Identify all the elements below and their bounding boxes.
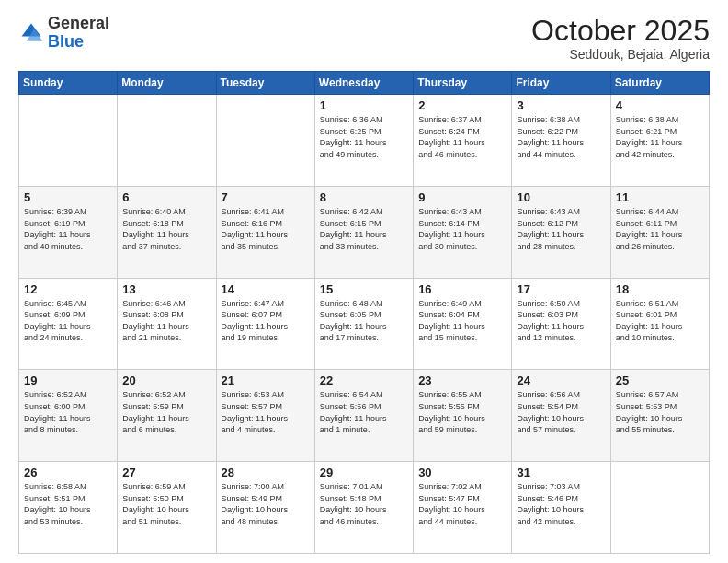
day-info: Sunrise: 6:36 AM Sunset: 6:25 PM Dayligh… [320, 114, 408, 160]
col-sunday: Sunday [19, 72, 118, 95]
day-number: 26 [24, 465, 112, 479]
day-cell-3-3: 22Sunrise: 6:54 AM Sunset: 5:56 PM Dayli… [314, 370, 413, 462]
day-cell-2-3: 15Sunrise: 6:48 AM Sunset: 6:05 PM Dayli… [314, 278, 413, 370]
calendar-table: Sunday Monday Tuesday Wednesday Thursday… [18, 71, 710, 554]
day-number: 27 [122, 465, 210, 479]
day-info: Sunrise: 7:03 AM Sunset: 5:46 PM Dayligh… [517, 481, 605, 527]
day-number: 2 [418, 98, 506, 112]
day-number: 14 [222, 282, 310, 296]
logo-blue: Blue [48, 32, 84, 51]
day-info: Sunrise: 6:46 AM Sunset: 6:08 PM Dayligh… [122, 298, 210, 344]
day-info: Sunrise: 6:48 AM Sunset: 6:05 PM Dayligh… [320, 298, 408, 344]
day-info: Sunrise: 6:55 AM Sunset: 5:55 PM Dayligh… [418, 389, 506, 435]
day-info: Sunrise: 6:58 AM Sunset: 5:51 PM Dayligh… [24, 481, 112, 527]
day-number: 22 [320, 373, 408, 387]
logo-general: General [48, 14, 109, 32]
day-cell-0-2 [216, 95, 314, 187]
day-number: 11 [616, 190, 704, 204]
day-info: Sunrise: 6:39 AM Sunset: 6:19 PM Dayligh… [24, 206, 112, 252]
day-cell-0-6: 4Sunrise: 6:38 AM Sunset: 6:21 PM Daylig… [610, 95, 709, 187]
day-number: 29 [320, 465, 408, 479]
day-cell-2-4: 16Sunrise: 6:49 AM Sunset: 6:04 PM Dayli… [414, 278, 512, 370]
day-number: 15 [320, 282, 408, 296]
day-cell-4-3: 29Sunrise: 7:01 AM Sunset: 5:48 PM Dayli… [314, 462, 413, 554]
day-cell-2-0: 12Sunrise: 6:45 AM Sunset: 6:09 PM Dayli… [19, 278, 118, 370]
day-number: 3 [517, 98, 605, 112]
day-cell-2-6: 18Sunrise: 6:51 AM Sunset: 6:01 PM Dayli… [610, 278, 709, 370]
title-block: October 2025 Seddouk, Bejaia, Algeria [531, 15, 710, 62]
page: General Blue October 2025 Seddouk, Bejai… [0, 0, 728, 563]
day-info: Sunrise: 6:59 AM Sunset: 5:50 PM Dayligh… [122, 481, 210, 527]
week-row-4: 19Sunrise: 6:52 AM Sunset: 6:00 PM Dayli… [19, 370, 710, 462]
calendar-header-row: Sunday Monday Tuesday Wednesday Thursday… [19, 72, 710, 95]
day-info: Sunrise: 6:49 AM Sunset: 6:04 PM Dayligh… [418, 298, 506, 344]
day-number: 4 [616, 98, 704, 112]
col-saturday: Saturday [610, 72, 709, 95]
day-info: Sunrise: 6:53 AM Sunset: 5:57 PM Dayligh… [222, 389, 310, 435]
day-info: Sunrise: 7:01 AM Sunset: 5:48 PM Dayligh… [320, 481, 408, 527]
day-cell-3-0: 19Sunrise: 6:52 AM Sunset: 6:00 PM Dayli… [19, 370, 118, 462]
day-info: Sunrise: 6:41 AM Sunset: 6:16 PM Dayligh… [222, 206, 310, 252]
logo-text: General Blue [48, 15, 109, 52]
day-number: 7 [222, 190, 310, 204]
day-cell-1-1: 6Sunrise: 6:40 AM Sunset: 6:18 PM Daylig… [118, 186, 216, 278]
day-info: Sunrise: 6:47 AM Sunset: 6:07 PM Dayligh… [222, 298, 310, 344]
header: General Blue October 2025 Seddouk, Bejai… [18, 15, 710, 62]
day-number: 21 [222, 373, 310, 387]
day-cell-1-6: 11Sunrise: 6:44 AM Sunset: 6:11 PM Dayli… [610, 186, 709, 278]
day-cell-3-2: 21Sunrise: 6:53 AM Sunset: 5:57 PM Dayli… [216, 370, 314, 462]
day-info: Sunrise: 6:37 AM Sunset: 6:24 PM Dayligh… [418, 114, 506, 160]
day-cell-2-5: 17Sunrise: 6:50 AM Sunset: 6:03 PM Dayli… [512, 278, 610, 370]
day-cell-1-2: 7Sunrise: 6:41 AM Sunset: 6:16 PM Daylig… [216, 186, 314, 278]
month-title: October 2025 [531, 15, 710, 47]
day-info: Sunrise: 6:51 AM Sunset: 6:01 PM Dayligh… [616, 298, 704, 344]
day-cell-0-5: 3Sunrise: 6:38 AM Sunset: 6:22 PM Daylig… [512, 95, 610, 187]
location-subtitle: Seddouk, Bejaia, Algeria [531, 47, 710, 62]
day-number: 18 [616, 282, 704, 296]
day-number: 20 [122, 373, 210, 387]
day-cell-0-1 [118, 95, 216, 187]
day-cell-1-3: 8Sunrise: 6:42 AM Sunset: 6:15 PM Daylig… [314, 186, 413, 278]
day-number: 30 [418, 465, 506, 479]
week-row-3: 12Sunrise: 6:45 AM Sunset: 6:09 PM Dayli… [19, 278, 710, 370]
day-cell-3-1: 20Sunrise: 6:52 AM Sunset: 5:59 PM Dayli… [118, 370, 216, 462]
col-thursday: Thursday [414, 72, 512, 95]
day-cell-1-4: 9Sunrise: 6:43 AM Sunset: 6:14 PM Daylig… [414, 186, 512, 278]
day-number: 8 [320, 190, 408, 204]
col-friday: Friday [512, 72, 610, 95]
day-cell-4-6 [610, 462, 709, 554]
week-row-2: 5Sunrise: 6:39 AM Sunset: 6:19 PM Daylig… [19, 186, 710, 278]
day-cell-2-1: 13Sunrise: 6:46 AM Sunset: 6:08 PM Dayli… [118, 278, 216, 370]
day-number: 9 [418, 190, 506, 204]
day-info: Sunrise: 6:44 AM Sunset: 6:11 PM Dayligh… [616, 206, 704, 252]
day-cell-4-4: 30Sunrise: 7:02 AM Sunset: 5:47 PM Dayli… [414, 462, 512, 554]
day-cell-3-6: 25Sunrise: 6:57 AM Sunset: 5:53 PM Dayli… [610, 370, 709, 462]
day-number: 24 [517, 373, 605, 387]
day-info: Sunrise: 6:52 AM Sunset: 6:00 PM Dayligh… [24, 389, 112, 435]
day-number: 1 [320, 98, 408, 112]
day-info: Sunrise: 6:43 AM Sunset: 6:12 PM Dayligh… [517, 206, 605, 252]
day-info: Sunrise: 6:56 AM Sunset: 5:54 PM Dayligh… [517, 389, 605, 435]
day-number: 6 [122, 190, 210, 204]
day-cell-1-0: 5Sunrise: 6:39 AM Sunset: 6:19 PM Daylig… [19, 186, 118, 278]
day-info: Sunrise: 6:45 AM Sunset: 6:09 PM Dayligh… [24, 298, 112, 344]
day-cell-1-5: 10Sunrise: 6:43 AM Sunset: 6:12 PM Dayli… [512, 186, 610, 278]
logo-icon [18, 20, 44, 46]
day-number: 10 [517, 190, 605, 204]
day-info: Sunrise: 6:38 AM Sunset: 6:22 PM Dayligh… [517, 114, 605, 160]
day-cell-4-0: 26Sunrise: 6:58 AM Sunset: 5:51 PM Dayli… [19, 462, 118, 554]
day-cell-4-1: 27Sunrise: 6:59 AM Sunset: 5:50 PM Dayli… [118, 462, 216, 554]
day-info: Sunrise: 6:43 AM Sunset: 6:14 PM Dayligh… [418, 206, 506, 252]
calendar-body: 1Sunrise: 6:36 AM Sunset: 6:25 PM Daylig… [19, 95, 710, 554]
col-tuesday: Tuesday [216, 72, 314, 95]
day-info: Sunrise: 7:02 AM Sunset: 5:47 PM Dayligh… [418, 481, 506, 527]
day-cell-0-0 [19, 95, 118, 187]
day-number: 13 [122, 282, 210, 296]
day-number: 31 [517, 465, 605, 479]
day-number: 16 [418, 282, 506, 296]
day-cell-4-5: 31Sunrise: 7:03 AM Sunset: 5:46 PM Dayli… [512, 462, 610, 554]
week-row-5: 26Sunrise: 6:58 AM Sunset: 5:51 PM Dayli… [19, 462, 710, 554]
day-number: 23 [418, 373, 506, 387]
day-number: 17 [517, 282, 605, 296]
day-cell-3-5: 24Sunrise: 6:56 AM Sunset: 5:54 PM Dayli… [512, 370, 610, 462]
